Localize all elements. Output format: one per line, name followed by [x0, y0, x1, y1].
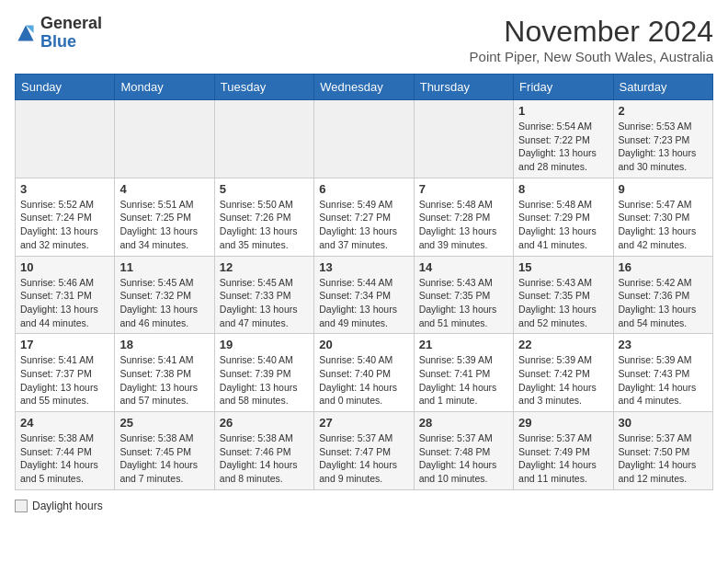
col-friday: Friday: [514, 75, 613, 100]
logo-icon: [15, 22, 37, 44]
day-info: Sunrise: 5:46 AM Sunset: 7:31 PM Dayligh…: [20, 276, 109, 330]
day-info: Sunrise: 5:38 AM Sunset: 7:44 PM Dayligh…: [20, 431, 109, 486]
day-number: 21: [419, 338, 508, 351]
day-number: 24: [20, 416, 109, 430]
day-info: Sunrise: 5:43 AM Sunset: 7:35 PM Dayligh…: [518, 276, 608, 330]
calendar-cell: 25Sunrise: 5:38 AM Sunset: 7:45 PM Dayli…: [115, 412, 214, 490]
day-info: Sunrise: 5:49 AM Sunset: 7:27 PM Dayligh…: [319, 198, 408, 252]
col-tuesday: Tuesday: [214, 75, 313, 100]
day-number: 5: [220, 182, 309, 196]
day-info: Sunrise: 5:39 AM Sunset: 7:42 PM Dayligh…: [518, 353, 608, 408]
day-number: 12: [220, 260, 309, 274]
calendar-cell: 18Sunrise: 5:41 AM Sunset: 7:38 PM Dayli…: [115, 334, 214, 412]
day-info: Sunrise: 5:48 AM Sunset: 7:28 PM Dayligh…: [419, 198, 508, 252]
col-sunday: Sunday: [16, 75, 115, 100]
footer: Daylight hours: [15, 500, 713, 512]
day-info: Sunrise: 5:39 AM Sunset: 7:41 PM Dayligh…: [419, 353, 508, 408]
calendar-cell: 23Sunrise: 5:39 AM Sunset: 7:43 PM Dayli…: [613, 334, 712, 412]
calendar-cell: 12Sunrise: 5:45 AM Sunset: 7:33 PM Dayli…: [214, 256, 313, 334]
day-info: Sunrise: 5:40 AM Sunset: 7:39 PM Dayligh…: [220, 353, 309, 408]
calendar-header-row: Sunday Monday Tuesday Wednesday Thursday…: [16, 75, 713, 100]
calendar-cell: [314, 100, 414, 178]
calendar-cell: 2Sunrise: 5:53 AM Sunset: 7:23 PM Daylig…: [613, 100, 712, 178]
logo-blue: Blue: [40, 32, 76, 51]
calendar-cell: 29Sunrise: 5:37 AM Sunset: 7:49 PM Dayli…: [514, 412, 613, 490]
day-number: 2: [619, 104, 708, 118]
day-info: Sunrise: 5:50 AM Sunset: 7:26 PM Dayligh…: [220, 198, 309, 252]
day-number: 29: [518, 416, 608, 430]
week-row-0: 1Sunrise: 5:54 AM Sunset: 7:22 PM Daylig…: [16, 100, 713, 178]
calendar-cell: 27Sunrise: 5:37 AM Sunset: 7:47 PM Dayli…: [314, 412, 414, 490]
day-info: Sunrise: 5:44 AM Sunset: 7:34 PM Dayligh…: [319, 276, 408, 330]
col-thursday: Thursday: [414, 75, 513, 100]
logo-general: General: [40, 14, 102, 32]
day-number: 3: [20, 182, 109, 196]
calendar-cell: 13Sunrise: 5:44 AM Sunset: 7:34 PM Dayli…: [314, 256, 414, 334]
week-row-3: 17Sunrise: 5:41 AM Sunset: 7:37 PM Dayli…: [16, 334, 713, 412]
day-info: Sunrise: 5:37 AM Sunset: 7:49 PM Dayligh…: [518, 431, 608, 486]
calendar-cell: 9Sunrise: 5:47 AM Sunset: 7:30 PM Daylig…: [613, 178, 712, 256]
day-number: 30: [619, 416, 708, 430]
day-info: Sunrise: 5:47 AM Sunset: 7:30 PM Dayligh…: [619, 198, 708, 252]
day-number: 15: [518, 260, 608, 274]
col-monday: Monday: [115, 75, 214, 100]
calendar-cell: 22Sunrise: 5:39 AM Sunset: 7:42 PM Dayli…: [514, 334, 613, 412]
calendar-cell: 14Sunrise: 5:43 AM Sunset: 7:35 PM Dayli…: [414, 256, 513, 334]
day-number: 14: [419, 260, 508, 274]
calendar-cell: [16, 100, 115, 178]
logo-text: General Blue: [40, 15, 102, 52]
calendar-cell: 6Sunrise: 5:49 AM Sunset: 7:27 PM Daylig…: [314, 178, 414, 256]
day-number: 6: [319, 182, 408, 196]
day-info: Sunrise: 5:43 AM Sunset: 7:35 PM Dayligh…: [419, 276, 508, 330]
day-info: Sunrise: 5:41 AM Sunset: 7:38 PM Dayligh…: [119, 353, 209, 408]
calendar-cell: 10Sunrise: 5:46 AM Sunset: 7:31 PM Dayli…: [16, 256, 115, 334]
day-number: 28: [419, 416, 508, 430]
day-number: 27: [319, 416, 408, 430]
day-info: Sunrise: 5:51 AM Sunset: 7:25 PM Dayligh…: [119, 198, 209, 252]
day-number: 9: [619, 182, 708, 196]
calendar-cell: 17Sunrise: 5:41 AM Sunset: 7:37 PM Dayli…: [16, 334, 115, 412]
calendar-cell: 28Sunrise: 5:37 AM Sunset: 7:48 PM Dayli…: [414, 412, 513, 490]
col-wednesday: Wednesday: [314, 75, 414, 100]
calendar-cell: [214, 100, 313, 178]
day-number: 4: [119, 182, 209, 196]
day-info: Sunrise: 5:37 AM Sunset: 7:47 PM Dayligh…: [319, 431, 408, 486]
day-info: Sunrise: 5:37 AM Sunset: 7:50 PM Dayligh…: [619, 431, 708, 486]
week-row-4: 24Sunrise: 5:38 AM Sunset: 7:44 PM Dayli…: [16, 412, 713, 490]
day-info: Sunrise: 5:37 AM Sunset: 7:48 PM Dayligh…: [419, 431, 508, 486]
calendar-table: Sunday Monday Tuesday Wednesday Thursday…: [15, 74, 713, 490]
day-info: Sunrise: 5:54 AM Sunset: 7:22 PM Dayligh…: [518, 120, 608, 174]
calendar-cell: 19Sunrise: 5:40 AM Sunset: 7:39 PM Dayli…: [214, 334, 313, 412]
day-number: 7: [419, 182, 508, 196]
day-info: Sunrise: 5:52 AM Sunset: 7:24 PM Dayligh…: [20, 198, 109, 252]
legend-color-box: [15, 500, 28, 512]
day-info: Sunrise: 5:41 AM Sunset: 7:37 PM Dayligh…: [20, 353, 109, 408]
day-info: Sunrise: 5:38 AM Sunset: 7:46 PM Dayligh…: [220, 431, 309, 486]
calendar-cell: 30Sunrise: 5:37 AM Sunset: 7:50 PM Dayli…: [613, 412, 712, 490]
day-info: Sunrise: 5:42 AM Sunset: 7:36 PM Dayligh…: [619, 276, 708, 330]
week-row-2: 10Sunrise: 5:46 AM Sunset: 7:31 PM Dayli…: [16, 256, 713, 334]
day-number: 13: [319, 260, 408, 274]
calendar-cell: 3Sunrise: 5:52 AM Sunset: 7:24 PM Daylig…: [16, 178, 115, 256]
calendar-cell: 24Sunrise: 5:38 AM Sunset: 7:44 PM Dayli…: [16, 412, 115, 490]
calendar-cell: 1Sunrise: 5:54 AM Sunset: 7:22 PM Daylig…: [514, 100, 613, 178]
month-title: November 2024: [470, 15, 713, 49]
day-number: 8: [518, 182, 608, 196]
day-number: 17: [20, 338, 109, 351]
calendar-cell: 15Sunrise: 5:43 AM Sunset: 7:35 PM Dayli…: [514, 256, 613, 334]
calendar-cell: 5Sunrise: 5:50 AM Sunset: 7:26 PM Daylig…: [214, 178, 313, 256]
calendar-cell: 20Sunrise: 5:40 AM Sunset: 7:40 PM Dayli…: [314, 334, 414, 412]
day-number: 19: [220, 338, 309, 351]
calendar-cell: 4Sunrise: 5:51 AM Sunset: 7:25 PM Daylig…: [115, 178, 214, 256]
calendar-cell: 26Sunrise: 5:38 AM Sunset: 7:46 PM Dayli…: [214, 412, 313, 490]
day-number: 23: [619, 338, 708, 351]
day-info: Sunrise: 5:48 AM Sunset: 7:29 PM Dayligh…: [518, 198, 608, 252]
day-number: 25: [119, 416, 209, 430]
legend-label: Daylight hours: [32, 500, 103, 512]
calendar-cell: [414, 100, 513, 178]
day-info: Sunrise: 5:53 AM Sunset: 7:23 PM Dayligh…: [619, 120, 708, 174]
day-number: 18: [119, 338, 209, 351]
page-header: General Blue November 2024 Point Piper, …: [15, 15, 713, 64]
col-saturday: Saturday: [613, 75, 712, 100]
day-number: 10: [20, 260, 109, 274]
